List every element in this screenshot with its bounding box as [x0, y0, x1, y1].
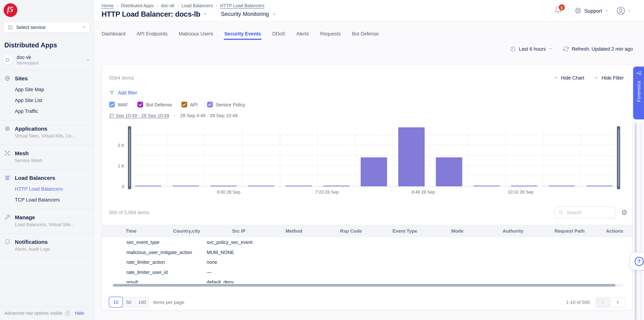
tab-alerts[interactable]: Alerts: [296, 27, 309, 41]
y-axis-label: 1 K: [102, 164, 124, 169]
time-window-full-link[interactable]: 27 Sep 10:49 - 28 Sep 10:49: [109, 113, 169, 118]
page-size-50[interactable]: 50: [122, 297, 136, 307]
forensics-side-tab[interactable]: Forensics: [633, 67, 644, 119]
page-size-10[interactable]: 10: [109, 297, 123, 307]
sidebar-section-title[interactable]: Load Balancers: [4, 175, 89, 181]
table-detail-row: rate_limiter_actionnone: [102, 257, 632, 267]
search-input[interactable]: [566, 209, 612, 215]
detail-value: svc_policy_sec_event: [207, 240, 252, 245]
pagination-row: 1050100 items per page 1-10 of 500: [109, 297, 625, 307]
help-button[interactable]: [630, 252, 644, 270]
chevron-down-icon: [605, 9, 608, 13]
sidebar-section-label: Mesh: [15, 150, 29, 156]
namespace-selector[interactable]: D doc-vk Namespace: [3, 55, 90, 65]
event-type-filters: WAFBot DefenseAPIService Policy: [109, 101, 632, 108]
tab-ddos[interactable]: DDoS: [272, 27, 285, 41]
sidebar-section-sites: SitesApp Site MapApp Site ListApp Traffi…: [0, 70, 94, 120]
detail-key: sec_event_type: [126, 240, 207, 245]
apps-grid-icon: [8, 25, 13, 30]
table-settings-gear-icon[interactable]: ⚙: [621, 209, 628, 216]
tab-malicious-users[interactable]: Malicious Users: [179, 27, 213, 41]
add-filter-button[interactable]: Add filter: [109, 89, 137, 97]
chevron-up-icon: [554, 76, 558, 80]
y-axis-label: 0: [102, 184, 124, 189]
breadcrumb-item[interactable]: Home: [102, 3, 114, 8]
x-axis-label: 7:23 28 Sep: [315, 190, 338, 195]
hide-chart-button[interactable]: Hide Chart: [554, 75, 584, 81]
sidebar-section-title[interactable]: Notifications: [4, 239, 89, 245]
page-size-100[interactable]: 100: [136, 297, 148, 307]
pagination-range: 1-10 of 500: [566, 299, 590, 305]
support-menu[interactable]: Support: [574, 7, 608, 14]
sidebar-section-subtitle: Service Mesh: [15, 158, 89, 163]
filter-checkbox-waf[interactable]: WAF: [109, 101, 128, 108]
refresh-button[interactable]: Refresh: Updated 2 min ago: [563, 46, 633, 52]
table-search: [555, 207, 616, 218]
column-header-mode: Mode: [431, 228, 484, 234]
detail-key: rate_limiter_action: [126, 260, 207, 265]
range-slider-right-handle[interactable]: [617, 126, 620, 189]
breadcrumb-item[interactable]: doc-vk: [161, 3, 174, 8]
tab-security-events[interactable]: Security Events: [224, 27, 261, 41]
f5-logo[interactable]: f5: [4, 3, 17, 17]
x-axis-label: 6:00 28 Sep: [217, 190, 240, 195]
sidebar-section-title[interactable]: Mesh: [4, 150, 89, 156]
column-header-actions: Actions: [597, 228, 632, 234]
tab-requests[interactable]: Requests: [320, 27, 340, 41]
breadcrumb-item[interactable]: HTTP Load Balancers: [220, 3, 264, 8]
filter-checkbox-api[interactable]: API: [182, 101, 198, 108]
previous-page-button[interactable]: [596, 297, 610, 307]
sidebar-item-tcp-load-balancers[interactable]: TCP Load Balancers: [15, 197, 89, 203]
select-service-dropdown[interactable]: Select service: [4, 22, 90, 33]
help-circle-icon: [65, 311, 70, 316]
y-axis-label: 2 K: [102, 143, 124, 148]
sidebar-section-title[interactable]: Applications: [4, 126, 89, 132]
detail-value: default_deny: [207, 279, 234, 283]
tab-dashboard[interactable]: Dashboard: [102, 27, 126, 41]
sidebar-section-mesh: MeshService Mesh: [0, 145, 94, 169]
sidebar-section-notifications: NotificationsAlerts, Audit Logs: [0, 234, 94, 258]
checkbox: [109, 102, 115, 107]
sidebar-item-app-site-list[interactable]: App Site List: [15, 98, 89, 103]
sliders-icon: [4, 175, 10, 181]
time-range-selector[interactable]: Last 6 hours: [510, 46, 552, 52]
hide-filter-button[interactable]: Hide Filter: [594, 75, 624, 81]
chart-bar: [436, 158, 462, 186]
next-page-button[interactable]: [610, 297, 625, 307]
tab-api-endpoints[interactable]: API Endpoints: [136, 27, 168, 41]
column-header-authority: Authority: [484, 228, 542, 234]
check-icon: [208, 103, 212, 107]
refresh-label: Refresh: Updated 2 min ago: [572, 46, 633, 52]
panel-header-row: 5584 items Hide Chart Hide Filter: [109, 74, 624, 82]
content-area: DashboardAPI EndpointsMalicious UsersSec…: [94, 22, 644, 320]
tab-bot-defense[interactable]: Bot Defense: [352, 27, 379, 41]
chevron-right-icon: ›: [216, 3, 217, 8]
breadcrumb-item[interactable]: Distributed Apps: [121, 3, 154, 8]
table-body: sec_event_typesvc_policy_sec_eventmalici…: [102, 237, 632, 283]
sidebar-section-title[interactable]: Sites: [4, 75, 89, 81]
hide-advanced-nav-link[interactable]: Hide: [75, 311, 84, 316]
sidebar-item-app-traffic[interactable]: App Traffic: [15, 109, 89, 114]
notifications-button[interactable]: 5: [554, 6, 562, 15]
divider: [568, 6, 568, 15]
subnav-selector[interactable]: Security Monitoring: [221, 11, 269, 17]
filter-checkbox-bot-defense[interactable]: Bot Defense: [138, 101, 172, 108]
mesh-icon: [4, 150, 10, 156]
horizontal-scrollbar-thumb[interactable]: [113, 284, 616, 286]
items-count: 5584 items: [109, 75, 134, 81]
checkbox: [182, 102, 187, 107]
range-slider-left-handle[interactable]: [128, 126, 131, 189]
title-dropdown[interactable]: [203, 11, 207, 17]
sidebar-section-applications: ApplicationsVirtual Sites, Virtual K8s, …: [0, 121, 94, 145]
sidebar-item-http-load-balancers[interactable]: HTTP Load Balancers: [15, 186, 89, 192]
breadcrumb-item[interactable]: Load Balancers: [182, 3, 213, 8]
sidebar-item-app-site-map[interactable]: App Site Map: [15, 87, 89, 92]
sidebar-section-load-balancers: Load BalancersHTTP Load BalancersTCP Loa…: [0, 170, 94, 209]
funnel-icon: [109, 90, 114, 95]
chevron-down-icon: [82, 25, 86, 29]
vertical-scrollbar-thumb[interactable]: [634, 123, 637, 320]
account-menu[interactable]: [616, 6, 631, 15]
sidebar-section-title[interactable]: Manage: [4, 214, 89, 220]
app-window: f5 Select service Distributed Apps D doc…: [0, 0, 644, 320]
filter-checkbox-service-policy[interactable]: Service Policy: [207, 101, 245, 108]
